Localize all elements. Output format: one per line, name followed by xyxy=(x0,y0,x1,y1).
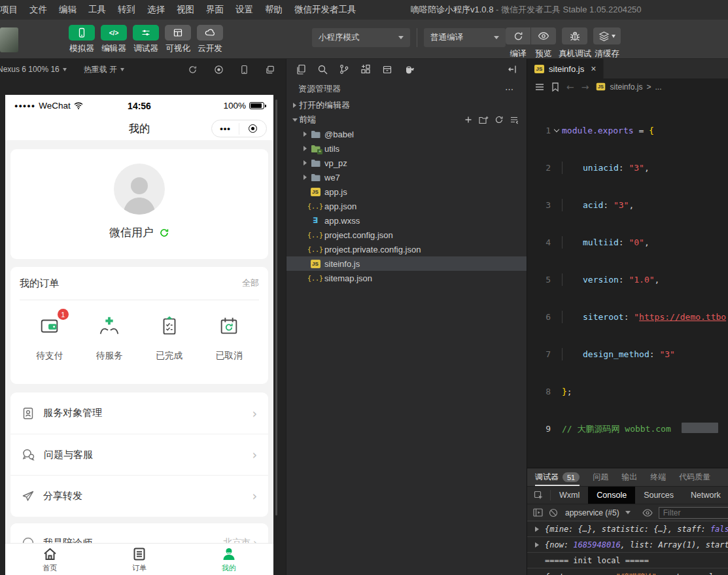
console-filter-input[interactable] xyxy=(659,507,728,519)
inspect-element-icon[interactable] xyxy=(527,490,551,500)
expand-icon[interactable] xyxy=(535,542,539,548)
more-actions-icon[interactable]: ⋯ xyxy=(505,84,515,94)
collapse-sidebar-icon[interactable] xyxy=(507,64,517,75)
simulator-button[interactable]: 模拟器 xyxy=(69,25,95,54)
tab-home[interactable]: 首页 xyxy=(5,544,95,575)
menu-select[interactable]: 选择 xyxy=(141,0,171,20)
log-entry[interactable]: ===== init local ===== xyxy=(527,553,728,568)
fold-icon[interactable] xyxy=(551,124,562,137)
order-pending-payment[interactable]: 1 待支付 xyxy=(20,313,80,362)
tab-output[interactable]: 输出 xyxy=(621,468,637,486)
menu-help-support[interactable]: 问题与客服 › xyxy=(10,434,268,475)
tree-file-app-json[interactable]: {..} app.json xyxy=(286,199,527,213)
menu-edit[interactable]: 编辑 xyxy=(53,0,82,20)
menu-devtools[interactable]: 微信开发者工具 xyxy=(288,0,362,20)
menu-goto[interactable]: 转到 xyxy=(112,0,141,20)
devtools-tab-network[interactable]: Network xyxy=(682,487,728,504)
tree-file-sitemap-json[interactable]: {..} sitemap.json xyxy=(286,271,527,285)
new-folder-icon[interactable] xyxy=(479,116,489,124)
collapse-all-icon[interactable] xyxy=(510,115,519,124)
tab-siteinfo-js[interactable]: JS siteinfo.js × xyxy=(527,59,604,78)
files-icon[interactable] xyxy=(296,64,306,75)
compile-button[interactable] xyxy=(506,27,530,44)
clear-console-icon[interactable] xyxy=(549,508,558,517)
teapot-icon[interactable] xyxy=(404,64,415,75)
menu-share[interactable]: 分享转发 › xyxy=(10,475,268,516)
menu-help[interactable]: 帮助 xyxy=(259,0,288,20)
menu-file[interactable]: 文件 xyxy=(24,0,53,20)
menu-service-targets[interactable]: 服务对象管理 › xyxy=(10,392,268,434)
menu-project[interactable]: 项目 xyxy=(0,0,24,20)
search-icon[interactable] xyxy=(317,64,328,75)
tree-file-app-wxss[interactable]: ∃ app.wxss xyxy=(286,213,527,228)
cloud-dev-button[interactable]: 云开发 xyxy=(197,25,223,54)
context-select[interactable]: appservice (#5) xyxy=(565,508,619,517)
refresh-icon[interactable] xyxy=(159,228,169,238)
minimize-target-icon[interactable] xyxy=(239,124,266,133)
back-icon[interactable]: ← xyxy=(566,82,574,92)
breadcrumb-file[interactable]: JS siteinfo.js > ... xyxy=(596,82,661,92)
refresh-icon[interactable] xyxy=(494,115,504,124)
tree-folder-utils[interactable]: + utils xyxy=(286,141,527,156)
menu-settings[interactable]: 设置 xyxy=(230,0,259,20)
debugger-button[interactable]: 调试器 xyxy=(133,25,159,54)
devtools-tab-wxml[interactable]: Wxml xyxy=(551,487,588,504)
log-entry[interactable]: {now: 1685948016, list: Array(1), start:… xyxy=(527,537,728,553)
preview-button[interactable] xyxy=(531,27,556,44)
bug-icon[interactable] xyxy=(562,27,587,44)
tab-mine[interactable]: 我的 xyxy=(184,544,273,575)
record-icon[interactable] xyxy=(214,65,224,75)
log-entry[interactable]: {mine: {…}, statistic: {…}, staff: false… xyxy=(527,521,728,537)
close-icon[interactable]: × xyxy=(591,63,596,74)
clear-cache-button[interactable] xyxy=(593,27,621,44)
hot-reload-toggle[interactable]: 热重载 开 xyxy=(84,64,124,75)
orders-all-link[interactable]: 全部 xyxy=(242,277,259,289)
section-open-editors[interactable]: 打开的编辑器 xyxy=(286,98,527,113)
section-root-folder[interactable]: 前端 xyxy=(286,113,527,127)
devtools-tab-console[interactable]: Console xyxy=(588,487,635,504)
tree-folder-vp-pz[interactable]: vp_pz xyxy=(286,156,527,170)
code-area[interactable]: 1module.exports = { 2uniacid: "3", 3acid… xyxy=(527,95,728,460)
tab-code-quality[interactable]: 代码质量 xyxy=(679,468,710,486)
forward-icon[interactable]: → xyxy=(581,82,589,92)
tree-file-app-js[interactable]: JS app.js xyxy=(286,184,527,199)
tab-terminal[interactable]: 终端 xyxy=(650,468,666,486)
tree-folder-babel[interactable]: @babel xyxy=(286,127,527,141)
more-icon[interactable]: ••• xyxy=(212,124,239,133)
extensions-icon[interactable] xyxy=(360,64,371,75)
order-pending-service[interactable]: 待服务 xyxy=(80,313,140,362)
multi-window-icon[interactable] xyxy=(265,65,275,75)
refresh-icon[interactable] xyxy=(188,65,198,75)
visualizer-button[interactable]: 可视化 xyxy=(165,25,191,54)
compile-mode-select[interactable]: 普通编译 xyxy=(424,28,506,47)
order-completed[interactable]: 已完成 xyxy=(139,313,199,362)
log-entry[interactable]: {set-app-name: "嘀嗒陪诊", set-app-slogan xyxy=(527,568,728,575)
order-cancelled[interactable]: 已取消 xyxy=(199,313,260,362)
mode-select[interactable]: 小程序模式 xyxy=(312,28,410,47)
tree-file-siteinfo-js[interactable]: JS siteinfo.js xyxy=(286,256,527,271)
new-file-icon[interactable] xyxy=(464,115,473,124)
rotate-device-icon[interactable] xyxy=(240,65,249,75)
tab-orders[interactable]: 订单 xyxy=(95,544,184,575)
editor-button[interactable]: </> 编辑器 xyxy=(101,25,127,54)
menu-view[interactable]: 视图 xyxy=(171,0,200,20)
menu-tools[interactable]: 工具 xyxy=(82,0,112,20)
tree-file-project-private-config[interactable]: {..} project.private.config.json xyxy=(286,242,527,256)
dock-side-icon[interactable] xyxy=(533,508,543,517)
menu-interface[interactable]: 界面 xyxy=(200,0,230,20)
user-avatar-placeholder[interactable] xyxy=(114,164,165,215)
tab-problems[interactable]: 问题 xyxy=(593,468,608,486)
devtools-tab-sources[interactable]: Sources xyxy=(635,487,682,504)
bookmark-icon[interactable] xyxy=(551,82,559,92)
capsule-menu[interactable]: ••• xyxy=(211,120,267,137)
tree-file-project-config[interactable]: {..} project.config.json xyxy=(286,228,527,242)
eye-icon[interactable] xyxy=(642,509,653,517)
user-avatar[interactable] xyxy=(0,27,18,52)
device-select[interactable]: Nexus 6 100% 16 xyxy=(0,65,67,74)
archive-icon[interactable] xyxy=(382,64,392,75)
tab-debugger[interactable]: 调试器 51 xyxy=(535,468,580,486)
git-branch-icon[interactable] xyxy=(339,64,349,75)
list-icon[interactable] xyxy=(535,83,544,91)
tree-folder-we7[interactable]: we7 xyxy=(286,170,527,184)
simulator-scrollbar[interactable] xyxy=(275,99,277,515)
